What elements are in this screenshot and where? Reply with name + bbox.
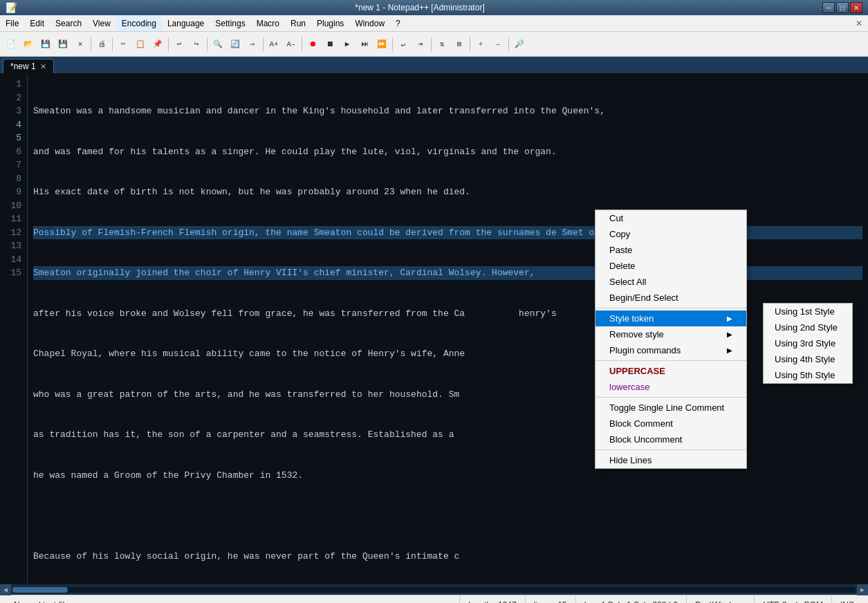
scroll-thumb[interactable] [12, 587, 68, 593]
ctx-plugin-commands[interactable]: Plugin commands ▶ [595, 342, 746, 358]
toolbar-sep-8 [431, 37, 432, 51]
sub-ctx-style-3[interactable]: Using 3rd Style [764, 335, 852, 351]
remove-tab-button[interactable]: – [490, 36, 506, 53]
line-11 [33, 509, 862, 523]
menu-macro[interactable]: Macro [251, 15, 285, 31]
ctx-hide-lines[interactable]: Hide Lines [595, 452, 746, 468]
ctx-uppercase[interactable]: UPPERCASE [595, 363, 746, 379]
macro-save-button[interactable]: ⏭ [356, 36, 373, 53]
zoom-out-button[interactable]: A- [283, 36, 299, 53]
line-number: 8 [6, 172, 21, 186]
search-toolbar-button[interactable]: 🔎 [511, 36, 528, 53]
status-position: Ln : 4 Col : 1 Sel : 202 | 2 [576, 595, 687, 603]
status-encoding[interactable]: UTF-8 w/o BOM [755, 595, 832, 603]
tab-new1[interactable]: *new 1 ✕ [3, 59, 54, 73]
line-12: Because of his lowly social origin, he w… [33, 550, 862, 564]
toolbar-sep-2 [112, 37, 113, 51]
wordwrap-button[interactable]: ↵ [395, 36, 412, 53]
ctx-begin-end-select[interactable]: Begin/End Select [595, 290, 746, 306]
paste-button[interactable]: 📌 [149, 36, 166, 53]
sync-scroll-button[interactable]: ⇅ [434, 36, 450, 53]
redo-button[interactable]: ↪ [188, 36, 205, 53]
ctx-copy-label: Copy [609, 229, 630, 239]
ctx-copy[interactable]: Copy [595, 226, 746, 242]
ctx-remove-style[interactable]: Remove style ▶ [595, 326, 746, 342]
ctx-cut[interactable]: Cut [595, 210, 746, 226]
menu-run[interactable]: Run [285, 15, 311, 31]
macro-stop-button[interactable]: ⏹ [322, 36, 338, 53]
sub-ctx-style-4[interactable]: Using 4th Style [764, 351, 852, 367]
undo-button[interactable]: ↩ [171, 36, 187, 53]
ctx-plugin-commands-label: Plugin commands [609, 345, 681, 355]
close-button[interactable]: ✕ [850, 2, 862, 13]
macro-play-button[interactable]: ▶ [339, 36, 355, 53]
ctx-toggle-comment-label: Toggle Single Line Comment [609, 402, 724, 413]
split-button[interactable]: ⊞ [451, 36, 468, 53]
horizontal-scrollbar[interactable]: ◀ ▶ [0, 584, 868, 595]
line-number: 6 [6, 145, 21, 159]
status-filetype-text: Normal text file [14, 600, 69, 604]
ctx-style-token-arrow: ▶ [727, 315, 732, 322]
menu-search[interactable]: Search [50, 15, 87, 31]
status-mode: INS [832, 595, 862, 603]
sub-ctx-style-5[interactable]: Using 5th Style [764, 367, 852, 383]
new-button[interactable]: 📄 [3, 36, 19, 53]
line-2: and was famed for his talents as a singe… [33, 145, 862, 159]
menu-file[interactable]: File [0, 15, 24, 31]
menu-edit[interactable]: Edit [24, 15, 50, 31]
line-number: 7 [6, 158, 21, 172]
zoom-in-button[interactable]: A+ [266, 36, 282, 53]
macro-record-button[interactable]: ⏺ [304, 36, 321, 53]
macro-run-button[interactable]: ⏩ [373, 36, 390, 53]
add-tab-button[interactable]: + [472, 36, 489, 53]
menu-plugins[interactable]: Plugins [311, 15, 349, 31]
toolbar-sep-9 [470, 37, 470, 51]
save-button[interactable]: 💾 [37, 36, 54, 53]
toolbar-sep-7 [392, 37, 393, 51]
print-button[interactable]: 🖨 [93, 36, 110, 53]
ctx-delete[interactable]: Delete [595, 258, 746, 274]
ctx-block-uncomment[interactable]: Block Uncomment [595, 432, 746, 447]
menu-window[interactable]: Window [349, 15, 390, 31]
scroll-right-button[interactable]: ▶ [857, 584, 868, 595]
open-button[interactable]: 📂 [20, 36, 37, 53]
ctx-block-comment[interactable]: Block Comment [595, 416, 746, 432]
menu-language[interactable]: Language [162, 15, 210, 31]
menu-encoding[interactable]: Encoding [116, 15, 162, 31]
menu-help[interactable]: ? [390, 15, 406, 31]
toolbar-sep-6 [302, 37, 302, 51]
tab-label: *new 1 [10, 62, 36, 71]
ctx-hide-lines-label: Hide Lines [609, 455, 652, 465]
close-icon-menubar[interactable]: ✕ [850, 19, 868, 28]
tab-close-icon[interactable]: ✕ [40, 62, 46, 71]
menu-view[interactable]: View [87, 15, 116, 31]
ctx-paste-label: Paste [609, 245, 632, 255]
scroll-left-button[interactable]: ◀ [0, 584, 11, 595]
titlebar-icon: 📝 [6, 2, 17, 13]
find-button[interactable]: 🔍 [210, 36, 226, 53]
ctx-lowercase[interactable]: lowercase [595, 379, 746, 395]
replace-button[interactable]: 🔄 [227, 36, 243, 53]
goto-button[interactable]: ⇒ [244, 36, 261, 53]
ctx-style-token[interactable]: Style token ▶ [595, 310, 746, 326]
maximize-button[interactable]: □ [836, 2, 849, 13]
ctx-toggle-comment[interactable]: Toggle Single Line Comment [595, 400, 746, 416]
ctx-sep-4 [595, 449, 746, 450]
ctx-select-all[interactable]: Select All [595, 274, 746, 290]
sub-ctx-style-1[interactable]: Using 1st Style [764, 304, 852, 319]
ctx-plugin-commands-arrow: ▶ [727, 346, 732, 354]
line-10: he was named a Groom of the Privy Chambe… [33, 469, 862, 483]
line-number: 13 [6, 239, 21, 253]
status-line-ending[interactable]: Dos\Windows [687, 595, 755, 603]
ctx-paste[interactable]: Paste [595, 242, 746, 258]
cut-button[interactable]: ✂ [115, 36, 131, 53]
minimize-button[interactable]: ─ [822, 2, 835, 13]
save-all-button[interactable]: 💾 [55, 36, 71, 53]
menu-settings[interactable]: Settings [210, 15, 250, 31]
ctx-uppercase-label: UPPERCASE [609, 366, 665, 376]
indent-button[interactable]: ⇥ [412, 36, 429, 53]
copy-button[interactable]: 📋 [132, 36, 149, 53]
close-button-tb[interactable]: ✕ [72, 36, 89, 53]
scroll-track[interactable] [12, 587, 856, 593]
sub-ctx-style-2[interactable]: Using 2nd Style [764, 319, 852, 335]
